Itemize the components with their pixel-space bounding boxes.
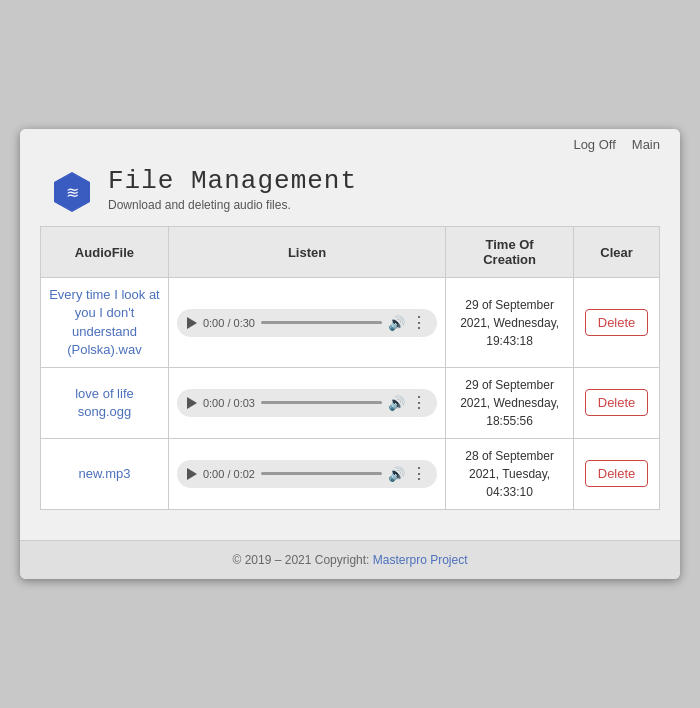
logoff-link[interactable]: Log Off bbox=[573, 137, 615, 152]
main-link[interactable]: Main bbox=[632, 137, 660, 152]
audio-player: 0:00 / 0:03 🔊 ⋮ bbox=[177, 389, 437, 417]
volume-icon[interactable]: 🔊 bbox=[388, 466, 405, 482]
delete-button[interactable]: Delete bbox=[585, 460, 649, 487]
header-text: File Management Download and deleting au… bbox=[108, 166, 357, 212]
audio-file-link[interactable]: Every time I look at you I don't underst… bbox=[49, 287, 160, 357]
delete-button[interactable]: Delete bbox=[585, 389, 649, 416]
volume-icon[interactable]: 🔊 bbox=[388, 395, 405, 411]
footer: © 2019 – 2021 Copyright: Masterpro Proje… bbox=[20, 540, 680, 579]
progress-bar[interactable] bbox=[261, 321, 382, 324]
app-logo: ≋ bbox=[50, 170, 94, 214]
more-options-icon[interactable]: ⋮ bbox=[411, 466, 427, 482]
page-subtitle: Download and deleting audio files. bbox=[108, 198, 357, 212]
more-options-icon[interactable]: ⋮ bbox=[411, 395, 427, 411]
time-created: 29 of September 2021, Wednesday, 18:55:5… bbox=[454, 376, 565, 430]
page-title: File Management bbox=[108, 166, 357, 196]
audio-player: 0:00 / 0:02 🔊 ⋮ bbox=[177, 460, 437, 488]
more-options-icon[interactable]: ⋮ bbox=[411, 315, 427, 331]
top-nav: Log Off Main bbox=[20, 129, 680, 156]
time-created: 29 of September 2021, Wednesday, 19:43:1… bbox=[454, 296, 565, 350]
play-button[interactable] bbox=[187, 317, 197, 329]
col-header-clear: Clear bbox=[574, 227, 660, 278]
app-window: Log Off Main ≋ File Management Download … bbox=[20, 129, 680, 579]
volume-icon[interactable]: 🔊 bbox=[388, 315, 405, 331]
progress-bar[interactable] bbox=[261, 472, 382, 475]
progress-bar[interactable] bbox=[261, 401, 382, 404]
play-button[interactable] bbox=[187, 468, 197, 480]
time-created: 28 of September 2021, Tuesday, 04:33:10 bbox=[454, 447, 565, 501]
footer-text: © 2019 – 2021 Copyright: Masterpro Proje… bbox=[233, 553, 468, 567]
play-button[interactable] bbox=[187, 397, 197, 409]
time-display: 0:00 / 0:30 bbox=[203, 317, 255, 329]
main-content: AudioFile Listen Time OfCreation Clear E… bbox=[20, 226, 680, 530]
col-header-listen: Listen bbox=[168, 227, 445, 278]
time-display: 0:00 / 0:02 bbox=[203, 468, 255, 480]
table-header-row: AudioFile Listen Time OfCreation Clear bbox=[41, 227, 660, 278]
audio-player: 0:00 / 0:30 🔊 ⋮ bbox=[177, 309, 437, 337]
col-header-time: Time OfCreation bbox=[446, 227, 574, 278]
col-header-audiofile: AudioFile bbox=[41, 227, 169, 278]
footer-brand: Masterpro Project bbox=[373, 553, 468, 567]
time-display: 0:00 / 0:03 bbox=[203, 397, 255, 409]
table-row: love of life song.ogg 0:00 / 0:03 🔊 ⋮ 29… bbox=[41, 367, 660, 438]
table-row: new.mp3 0:00 / 0:02 🔊 ⋮ 28 of September … bbox=[41, 438, 660, 509]
audio-file-link[interactable]: new.mp3 bbox=[78, 466, 130, 481]
table-row: Every time I look at you I don't underst… bbox=[41, 278, 660, 368]
header-section: ≋ File Management Download and deleting … bbox=[20, 156, 680, 226]
delete-button[interactable]: Delete bbox=[585, 309, 649, 336]
files-table: AudioFile Listen Time OfCreation Clear E… bbox=[40, 226, 660, 510]
svg-text:≋: ≋ bbox=[66, 184, 79, 201]
audio-file-link[interactable]: love of life song.ogg bbox=[75, 386, 134, 419]
